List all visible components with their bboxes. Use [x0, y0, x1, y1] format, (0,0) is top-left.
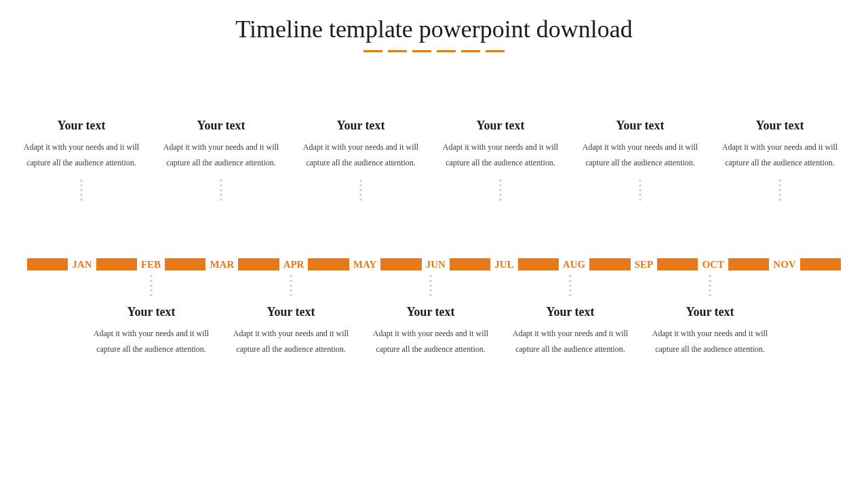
title-underline: [0, 50, 868, 52]
connector-dots: [360, 177, 362, 203]
item-heading: Your text: [502, 305, 638, 319]
item-heading: Your text: [572, 119, 708, 133]
connector-dots: [500, 177, 502, 203]
strip-segment: [800, 258, 841, 270]
timeline-item-bottom: Your text Adapt it with your needs and i…: [502, 305, 638, 357]
item-heading: Your text: [14, 119, 149, 133]
timeline-item-top: Your text Adapt it with your needs and i…: [153, 119, 289, 171]
timeline-item-bottom: Your text Adapt it with your needs and i…: [363, 305, 498, 357]
strip-segment: [589, 258, 630, 270]
month-label: MAR: [205, 259, 238, 270]
strip-segment: [96, 258, 137, 270]
timeline-item-top: Your text Adapt it with your needs and i…: [14, 119, 149, 171]
month-label: AUG: [559, 259, 589, 270]
page-title: Timeline template powerpoint download: [0, 15, 868, 43]
item-body: Adapt it with your needs and it will cap…: [712, 140, 848, 171]
timeline-item-top: Your text Adapt it with your needs and i…: [293, 119, 429, 171]
item-body: Adapt it with your needs and it will cap…: [153, 140, 289, 171]
month-label: SEP: [631, 259, 658, 270]
timeline-item-bottom: Your text Adapt it with your needs and i…: [83, 305, 219, 357]
timeline-item-bottom: Your text Adapt it with your needs and i…: [642, 305, 778, 357]
month-strip: JAN FEB MAR APR MAY JUN JUL AUG SEP OCT …: [27, 258, 841, 271]
strip-segment: [518, 258, 559, 270]
item-heading: Your text: [223, 305, 359, 319]
timeline-item-bottom: Your text Adapt it with your needs and i…: [223, 305, 359, 357]
item-heading: Your text: [433, 119, 568, 133]
item-body: Adapt it with your needs and it will cap…: [363, 326, 498, 357]
strip-segment: [27, 258, 68, 270]
item-body: Adapt it with your needs and it will cap…: [433, 140, 568, 171]
item-body: Adapt it with your needs and it will cap…: [83, 326, 219, 357]
strip-segment: [308, 258, 349, 270]
strip-segment: [728, 258, 769, 270]
strip-segment: [657, 258, 698, 270]
item-heading: Your text: [363, 305, 498, 319]
item-body: Adapt it with your needs and it will cap…: [14, 140, 149, 171]
connector-dots: [81, 177, 83, 203]
item-body: Adapt it with your needs and it will cap…: [572, 140, 708, 171]
timeline-item-top: Your text Adapt it with your needs and i…: [433, 119, 568, 171]
item-heading: Your text: [153, 119, 289, 133]
item-body: Adapt it with your needs and it will cap…: [293, 140, 429, 171]
month-label: NOV: [769, 259, 800, 270]
strip-segment: [380, 258, 421, 270]
month-label: MAY: [349, 259, 380, 270]
month-label: JUL: [490, 259, 517, 270]
month-label: JAN: [68, 259, 96, 270]
timeline-item-top: Your text Adapt it with your needs and i…: [572, 119, 708, 171]
item-body: Adapt it with your needs and it will cap…: [642, 326, 778, 357]
connector-dots: [430, 272, 432, 299]
item-body: Adapt it with your needs and it will cap…: [223, 326, 359, 357]
connector-dots: [290, 272, 292, 299]
connector-dots: [151, 272, 153, 299]
item-heading: Your text: [293, 119, 429, 133]
connector-dots: [570, 272, 572, 299]
item-body: Adapt it with your needs and it will cap…: [502, 326, 638, 357]
month-label: APR: [279, 259, 309, 270]
strip-segment: [238, 258, 279, 270]
connector-dots: [220, 177, 222, 203]
item-heading: Your text: [712, 119, 848, 133]
connector-dots: [639, 177, 642, 203]
connector-dots: [779, 177, 781, 203]
month-label: JUN: [422, 259, 450, 270]
timeline-item-top: Your text Adapt it with your needs and i…: [712, 119, 848, 171]
item-heading: Your text: [83, 305, 219, 319]
strip-segment: [165, 258, 205, 270]
connector-dots: [709, 272, 711, 299]
strip-segment: [450, 258, 490, 270]
item-heading: Your text: [642, 305, 778, 319]
month-label: OCT: [698, 259, 728, 270]
month-label: FEB: [137, 259, 165, 270]
